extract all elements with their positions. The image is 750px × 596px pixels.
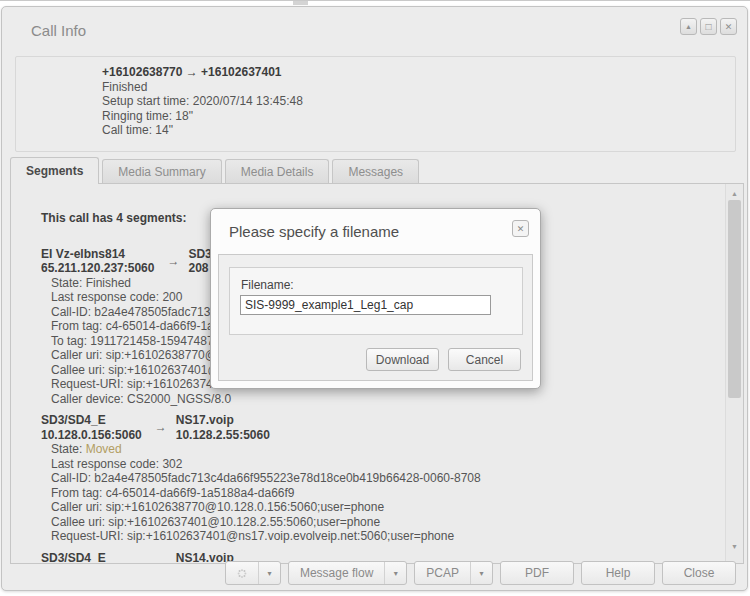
- arrow-right-icon: →: [154, 254, 188, 269]
- detail-line: Caller uri: sip:+16102638770@10.128.0.15…: [51, 500, 725, 515]
- dialog-buttons: Download Cancel: [366, 348, 521, 371]
- close-button[interactable]: Close: [662, 561, 736, 585]
- maximize-button[interactable]: □: [700, 18, 717, 35]
- window-close-button[interactable]: ✕: [720, 18, 737, 35]
- window-title: Call Info: [31, 22, 86, 39]
- filename-label: Filename:: [241, 278, 294, 292]
- detail-line: State: Moved: [51, 442, 725, 457]
- spinner-icon: [226, 562, 258, 584]
- call-state: Finished: [102, 80, 735, 95]
- message-flow-button[interactable]: Message flow ▾: [288, 561, 407, 585]
- tab-media-details[interactable]: Media Details: [225, 159, 330, 184]
- scroll-down-icon: ▼: [731, 543, 738, 550]
- pcap-label: PCAP: [415, 562, 470, 584]
- tab-media-summary[interactable]: Media Summary: [102, 159, 221, 184]
- filename-group: Filename:: [229, 267, 523, 335]
- call-route: +16102638770 → +16102637401: [102, 65, 735, 80]
- collapse-button[interactable]: ▲: [680, 18, 697, 35]
- export-spinner-button[interactable]: ▾: [225, 561, 281, 585]
- detail-line: Callee uri: sip:+16102637401@10.128.2.55…: [51, 515, 725, 530]
- chevron-down-icon[interactable]: ▾: [384, 562, 406, 584]
- segment-from: EI Vz-elbns81465.211.120.237:5060: [41, 247, 154, 276]
- tab-bar: Segments Media Summary Media Details Mes…: [10, 157, 419, 184]
- call-time: Call time: 14": [102, 123, 735, 138]
- detail-line: Caller device: CS2000_NGSS/8.0: [51, 392, 725, 407]
- page-top-notch: [293, 1, 308, 5]
- filename-input[interactable]: [240, 295, 491, 315]
- filename-dialog: Please specify a filename ✕ Filename: Do…: [210, 208, 541, 389]
- screen: Call Info ▲ □ ✕ +16102638770 → +16102637…: [0, 0, 750, 596]
- close-icon: ✕: [725, 22, 733, 32]
- page-top-border: [0, 0, 750, 1]
- call-summary-panel: +16102638770 → +16102637401 Finished Set…: [15, 56, 736, 152]
- maximize-icon: □: [705, 22, 711, 32]
- pcap-button[interactable]: PCAP ▾: [414, 561, 493, 585]
- segment-to: SD3208: [188, 247, 211, 276]
- detail-line: From tag: c4-65014-da66f9-1a5188a4-da66f…: [51, 486, 725, 501]
- chevron-down-icon[interactable]: ▾: [470, 562, 492, 584]
- download-button[interactable]: Download: [366, 348, 439, 371]
- pdf-button[interactable]: PDF: [500, 561, 574, 585]
- bottom-toolbar: ▾ Message flow ▾ PCAP ▾ PDF Help Close: [2, 560, 747, 586]
- window-controls: ▲ □ ✕: [680, 18, 737, 35]
- vertical-scrollbar[interactable]: ▲ ▼: [725, 184, 743, 563]
- ringing-time: Ringing time: 18": [102, 109, 735, 124]
- segment-from: SD3/SD4_E10.128.0.156:5060: [41, 413, 142, 442]
- tab-messages[interactable]: Messages: [332, 159, 419, 184]
- setup-start-time: Setup start time: 2020/07/14 13:45:48: [102, 94, 735, 109]
- scroll-up-button[interactable]: ▲: [726, 186, 743, 200]
- message-flow-label: Message flow: [289, 562, 384, 584]
- dialog-body: Filename: Download Cancel: [218, 254, 533, 381]
- scrollbar-thumb[interactable]: [728, 200, 741, 398]
- detail-line: Request-URI: sip:+16102637401@ns17.voip.…: [51, 529, 725, 544]
- help-button[interactable]: Help: [581, 561, 655, 585]
- scroll-down-button[interactable]: ▼: [726, 539, 743, 553]
- chevron-down-icon[interactable]: ▾: [258, 562, 280, 584]
- tab-segments[interactable]: Segments: [10, 157, 99, 184]
- dialog-title: Please specify a filename: [229, 223, 399, 240]
- arrow-right-icon: →: [142, 420, 176, 435]
- scroll-up-icon: ▲: [731, 190, 738, 197]
- collapse-icon: ▲: [685, 23, 692, 30]
- segment-to: NS17.voip10.128.2.55:5060: [176, 413, 270, 442]
- detail-line: Call-ID: b2a4e478505fadc713c4da66f955223…: [51, 471, 725, 486]
- detail-line: Last response code: 302: [51, 457, 725, 472]
- close-icon: ✕: [517, 224, 525, 234]
- segment: SD3/SD4_E10.128.0.156:5060→NS17.voip10.1…: [41, 413, 725, 544]
- dialog-close-button[interactable]: ✕: [512, 220, 529, 237]
- cancel-button[interactable]: Cancel: [448, 348, 521, 371]
